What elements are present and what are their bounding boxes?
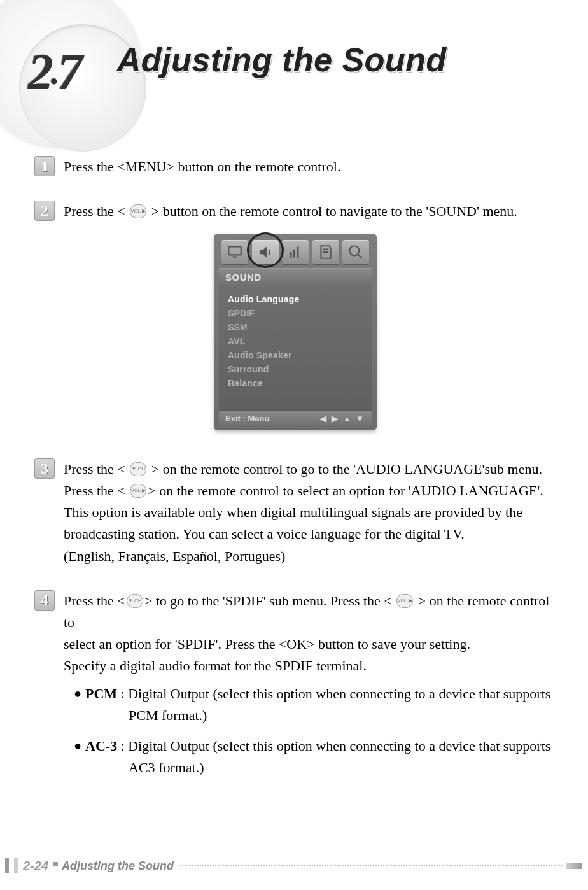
step-4-bullets: ● PCM : Digital Output (select this opti…: [74, 683, 556, 779]
dish-icon: [347, 244, 364, 260]
section-number-major: 2: [28, 44, 51, 100]
bullet-ac3-body: AC-3 : Digital Output (select this optio…: [85, 735, 556, 779]
footer-bar-dark: [5, 858, 9, 873]
footer-end-block: [566, 863, 582, 869]
osd-tab-setup-icon: [342, 240, 369, 264]
osd-item-balance: Balance: [228, 377, 363, 391]
svg-rect-3: [293, 250, 295, 258]
vol-right-button-icon: [130, 484, 146, 498]
osd-item-avl: AVL: [228, 335, 363, 349]
osd-footer: Exit : Menu ◀ ▶ ▲ ▼: [219, 410, 372, 427]
osd-title: SOUND: [219, 268, 372, 286]
osd-tab-time-icon: [312, 240, 339, 264]
bullet-ac3-cont: AC3 format.): [85, 757, 556, 779]
footer-bar-light: [14, 858, 18, 873]
svg-rect-1: [233, 257, 237, 258]
step-2: 2 Press the < > button on the remote con…: [34, 201, 556, 222]
footer-dotted-rule: [180, 865, 563, 866]
step-3: 3 Press the < > on the remote control to…: [34, 458, 556, 567]
osd-footer-arrows: ◀ ▶ ▲ ▼: [320, 414, 365, 423]
content: 1 Press the <MENU> button on the remote …: [34, 156, 556, 793]
osd-panel: SOUND Audio Language SPDIF SSM AVL Audio…: [214, 234, 377, 430]
section-number-dot: .: [51, 52, 57, 92]
bullet-ac3: ● AC-3 : Digital Output (select this opt…: [74, 735, 556, 779]
osd-item-audio-language: Audio Language: [228, 293, 363, 307]
speaker-icon: [257, 244, 274, 260]
svg-line-6: [357, 253, 362, 258]
section-number-minor: 7: [57, 44, 80, 100]
step-4-text: Press the <> to go to the 'SPDIF' sub me…: [64, 590, 556, 788]
footer-square-icon: [53, 862, 58, 866]
section-number: 2.7: [28, 43, 80, 101]
bullet-pcm-body: PCM : Digital Output (select this option…: [85, 683, 556, 726]
osd-tab-picture-icon: [221, 240, 248, 264]
step-2-text: Press the < > button on the remote contr…: [64, 201, 556, 222]
bullet-pcm-term: PCM: [85, 686, 117, 702]
bullet-dot-icon: ●: [74, 735, 85, 756]
osd-footer-label: Exit : Menu: [225, 414, 269, 423]
monitor-icon: [227, 244, 243, 260]
s3-l4: broadcasting station. You can select a v…: [64, 526, 465, 542]
osd-figure: SOUND Audio Language SPDIF SSM AVL Audio…: [34, 234, 556, 430]
bullet-ac3-rest: : Digital Output (select this option whe…: [117, 738, 550, 754]
osd-tab-sound-icon: [252, 240, 279, 264]
footer-page-number: 2-24: [23, 859, 48, 873]
s4-l2: select an option for 'SPDIF'. Press the …: [64, 636, 470, 652]
step-1-text: Press the <MENU> button on the remote co…: [64, 156, 556, 178]
osd-item-surround: Surround: [228, 363, 363, 377]
ch-down-button-icon: [130, 462, 146, 476]
step-4-number: 4: [34, 590, 55, 611]
svg-rect-2: [290, 252, 291, 258]
bars-icon: [287, 244, 304, 260]
s3-l5: (English, Français, Español, Portugues): [64, 548, 285, 564]
bullet-ac3-term: AC-3: [85, 738, 117, 754]
step-4: 4 Press the <> to go to the 'SPDIF' sub …: [34, 590, 556, 788]
footer-title: Adjusting the Sound: [62, 859, 174, 873]
manual-page: 2.7 Adjusting the Sound 1 Press the <MEN…: [0, 0, 588, 890]
s4-l1a: Press the <: [64, 593, 125, 609]
page-footer: 2-24 Adjusting the Sound: [5, 858, 582, 873]
step-2-prefix: Press the <: [64, 203, 129, 219]
bullet-pcm: ● PCM : Digital Output (select this opti…: [74, 683, 556, 726]
step-1-number: 1: [34, 156, 55, 176]
step-2-suffix: > button on the remote control to naviga…: [148, 203, 517, 219]
s4-l1b: > to go to the 'SPDIF' sub menu. Press t…: [144, 593, 396, 609]
svg-rect-0: [228, 247, 241, 255]
s3-l1a: Press the <: [64, 461, 129, 477]
osd-tab-row: [219, 239, 372, 268]
osd-item-spdif: SPDIF: [228, 307, 363, 321]
step-3-number: 3: [34, 458, 55, 479]
osd-menu: Audio Language SPDIF SSM AVL Audio Speak…: [219, 286, 372, 410]
s4-l3: Specify a digital audio format for the S…: [64, 658, 367, 674]
s3-l2b: > on the remote control to select an opt…: [148, 483, 543, 498]
step-3-text: Press the < > on the remote control to g…: [64, 458, 556, 567]
bullet-pcm-rest: : Digital Output (select this option whe…: [117, 686, 550, 702]
bullet-pcm-cont: PCM format.): [85, 705, 556, 726]
osd-item-audio-speaker: Audio Speaker: [228, 349, 363, 363]
note-icon: [318, 244, 334, 260]
page-title: Adjusting the Sound: [117, 41, 447, 79]
svg-rect-4: [297, 247, 298, 258]
vol-right-button-icon: [130, 204, 146, 218]
bullet-dot-icon: ●: [74, 683, 85, 703]
s3-l2a: Press the <: [64, 483, 129, 498]
s3-l3: This option is available only when digit…: [64, 504, 522, 520]
vol-right-button-icon: [396, 594, 413, 608]
osd-tab-channel-icon: [282, 240, 309, 264]
ch-down-button-icon: [127, 594, 143, 608]
step-1: 1 Press the <MENU> button on the remote …: [34, 156, 556, 178]
s3-l1b: > on the remote control to go to the 'AU…: [148, 461, 542, 477]
step-2-number: 2: [34, 201, 55, 221]
osd-item-ssm: SSM: [228, 321, 363, 335]
